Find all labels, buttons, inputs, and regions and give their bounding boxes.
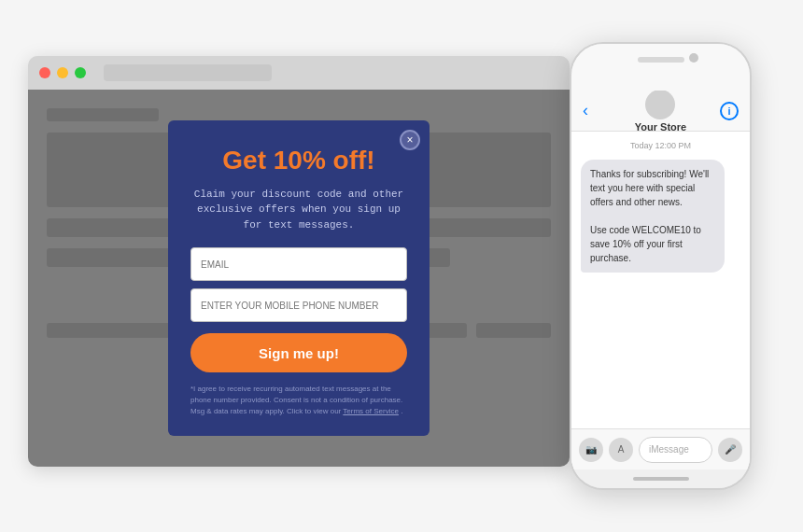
imessage-footer: 📷 A iMessage 🎤	[571, 428, 750, 469]
text-format-button[interactable]: A	[609, 438, 633, 462]
popup-close-button[interactable]: ×	[400, 130, 420, 150]
iphone-camera	[689, 53, 698, 63]
message-timestamp: Today 12:00 PM	[581, 141, 740, 150]
phone-input[interactable]	[190, 288, 407, 322]
info-icon[interactable]: i	[720, 102, 739, 120]
imessage-body: Today 12:00 PM Thanks for subscribing! W…	[571, 132, 750, 428]
popup-disclaimer: *I agree to receive recurring automated …	[190, 384, 407, 417]
iphone-speaker	[638, 57, 684, 63]
browser-titlebar	[28, 56, 570, 90]
browser-window: × Get 10% off! Claim your discount code …	[28, 56, 570, 467]
browser-dot-green[interactable]	[75, 67, 86, 78]
terms-of-service-link[interactable]: Terms of Service	[343, 407, 399, 415]
iphone-home-bar	[571, 469, 750, 488]
email-input[interactable]	[190, 247, 407, 281]
iphone-screen: ‹ Your Store i Today 12:00 PM Thanks for…	[571, 91, 750, 469]
browser-dot-red[interactable]	[39, 67, 50, 78]
popup-subtext: Claim your discount code and other exclu…	[190, 187, 407, 233]
home-bar-indicator	[633, 477, 689, 481]
iphone-notch-area	[571, 44, 750, 91]
browser-addressbar	[104, 64, 272, 81]
back-icon[interactable]: ‹	[583, 101, 588, 120]
imessage-placeholder: iMessage	[649, 444, 689, 455]
popup-headline: Get 10% off!	[190, 147, 407, 175]
scene: × Get 10% off! Claim your discount code …	[0, 0, 803, 532]
message-bubble: Thanks for subscribing! We'll text you h…	[581, 160, 725, 273]
send-button[interactable]: 🎤	[718, 438, 742, 462]
contact-name: Your Store	[635, 121, 686, 133]
imessage-header: ‹ Your Store i	[571, 91, 750, 132]
message-text: Thanks for subscribing! We'll text you h…	[590, 169, 709, 263]
popup-overlay: × Get 10% off! Claim your discount code …	[28, 90, 570, 467]
contact-avatar	[645, 91, 675, 119]
signup-button[interactable]: Sign me up!	[190, 333, 407, 372]
contact-area: Your Store	[635, 91, 686, 133]
iphone: ‹ Your Store i Today 12:00 PM Thanks for…	[570, 42, 752, 490]
imessage-input[interactable]: iMessage	[639, 437, 712, 463]
browser-content: × Get 10% off! Claim your discount code …	[28, 90, 570, 467]
camera-button[interactable]: 📷	[579, 438, 603, 462]
popup-modal: × Get 10% off! Claim your discount code …	[168, 120, 430, 436]
browser-dot-yellow[interactable]	[57, 67, 68, 78]
